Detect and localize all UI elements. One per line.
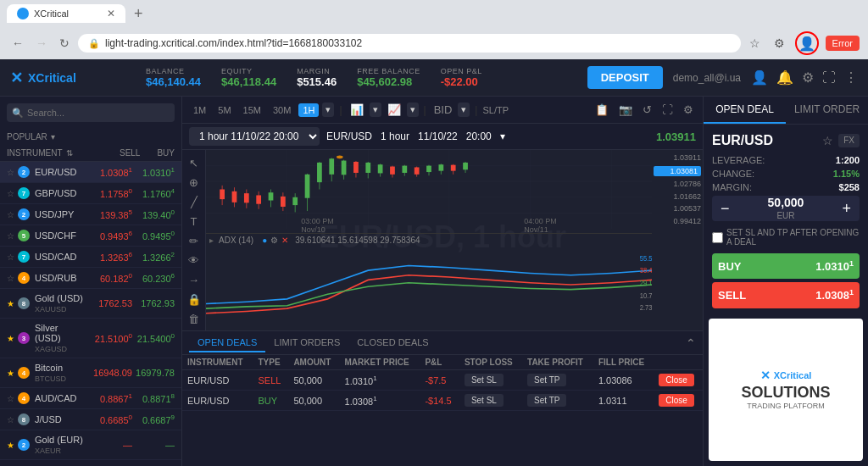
- bookmark-button[interactable]: ☆: [746, 35, 764, 52]
- open-pl-label: OPEN P&L: [441, 67, 482, 75]
- popular-header[interactable]: POPULAR ▾: [0, 129, 181, 145]
- tf-more-select[interactable]: ▾: [322, 103, 334, 117]
- instrument-name: USD/RUB: [35, 273, 86, 283]
- symbol-select[interactable]: 1 hour 11/10/22 20:00: [189, 127, 320, 146]
- instrument-row[interactable]: ☆ 5 USD/CHF 0.94936 0.94950: [0, 225, 181, 247]
- tf-30m[interactable]: 30M: [269, 103, 295, 117]
- bid-select[interactable]: ▾: [458, 103, 470, 117]
- instrument-row[interactable]: ☆ 2 EUR/USD 1.03081 1.03101: [0, 162, 181, 183]
- settings-icon[interactable]: ⚙: [802, 69, 814, 86]
- chart-type-icon[interactable]: 📊: [348, 102, 366, 118]
- amount-increase-button[interactable]: +: [833, 197, 860, 221]
- address-bar[interactable]: 🔒 light-trading.xcritical.com/index.html…: [78, 34, 741, 53]
- browser-tab[interactable]: XCritical ✕: [7, 4, 125, 23]
- adx-eye-icon[interactable]: ●: [262, 236, 267, 245]
- bell-icon[interactable]: 🔔: [776, 69, 793, 86]
- fullscreen-icon[interactable]: ⛶: [822, 70, 836, 86]
- instrument-name: USD/CAD: [35, 252, 86, 262]
- text-tool[interactable]: T: [191, 215, 198, 228]
- deal-symbol-name: EUR/USD: [712, 133, 773, 148]
- header-stats: BALANCE $46,140.44 EQUITY $46,118.44 MAR…: [129, 67, 587, 88]
- badge: 3: [18, 332, 30, 344]
- sell-price: 1.17580: [86, 187, 132, 199]
- open-deal-tab[interactable]: OPEN DEAL: [704, 97, 786, 124]
- deal-market-price: 1.03081: [340, 391, 420, 411]
- star-icon: ★: [7, 441, 14, 450]
- deal-symbol-row: EUR/USD ☆ FX: [712, 133, 860, 148]
- badge: 4: [18, 367, 30, 379]
- deals-collapse-button[interactable]: ⌃: [686, 336, 696, 350]
- instrument-row[interactable]: ☆ 4 AUD/CAD 0.88671 0.88718: [0, 388, 181, 409]
- instrument-row[interactable]: ★ 4 BitcoinBTCUSD 16948.09 16979.78: [0, 358, 181, 388]
- refresh-icon[interactable]: ↺: [640, 102, 654, 118]
- new-tab-button[interactable]: +: [129, 3, 148, 25]
- set-tp-button[interactable]: Set TP: [527, 374, 566, 386]
- badge: 7: [18, 251, 30, 263]
- adx-settings-icon[interactable]: ⚙: [270, 236, 278, 245]
- pen-tool[interactable]: ✏: [189, 235, 198, 247]
- star-icon[interactable]: ☆: [822, 134, 833, 147]
- sl-tp-checkbox[interactable]: [712, 232, 723, 243]
- instrument-row[interactable]: ☆ 7 GBP/USD 1.17580 1.17604: [0, 183, 181, 204]
- indicators-select[interactable]: ▾: [407, 103, 419, 117]
- instrument-row[interactable]: ☆ 7 WTI Crude OilUSOIUSD — —: [0, 460, 181, 466]
- trendline-tool[interactable]: ╱: [191, 196, 198, 208]
- deposit-button[interactable]: DEPOSIT: [587, 66, 663, 89]
- lock-tool[interactable]: 🔒: [187, 293, 201, 306]
- instrument-row[interactable]: ★ 2 Gold (EUR)XAEUR — —: [0, 430, 181, 460]
- open-deals-tab[interactable]: OPEN DEALS: [189, 334, 265, 352]
- buy-button[interactable]: BUY 1.03101: [712, 253, 860, 279]
- instrument-row[interactable]: ☆ 4 USD/RUB 60.1820 60.2306: [0, 268, 181, 289]
- instrument-row[interactable]: ☆ 7 USD/CAD 1.32636 1.32662: [0, 247, 181, 268]
- sell-button[interactable]: SELL 1.03081: [712, 282, 860, 308]
- close-deal-button[interactable]: Close: [659, 374, 694, 386]
- adx-values: 39.610641 15.614598 29.758364: [295, 236, 420, 245]
- svg-rect-38: [390, 167, 395, 175]
- indicator-svg: 55.5480 38.4479 29.1433 10.7196 2.7366: [206, 247, 652, 323]
- profile-circle[interactable]: 👤: [795, 31, 819, 55]
- sell-price: 0.94936: [86, 230, 132, 241]
- set-sl-button[interactable]: Set SL: [465, 374, 504, 386]
- eye-tool[interactable]: 👁: [188, 254, 199, 267]
- search-input[interactable]: [7, 103, 175, 122]
- error-button[interactable]: Error: [826, 36, 860, 51]
- set-tp-button[interactable]: Set TP: [527, 394, 566, 407]
- tf-1h[interactable]: 1H: [298, 103, 319, 117]
- camera-icon[interactable]: 📷: [616, 102, 635, 118]
- close-deal-button[interactable]: Close: [659, 394, 694, 407]
- deal-pl: -$7.5: [420, 370, 459, 391]
- template-icon[interactable]: 📋: [593, 102, 611, 118]
- user-icon[interactable]: 👤: [751, 69, 768, 86]
- back-button[interactable]: ←: [8, 35, 27, 52]
- chart-type-select[interactable]: ▾: [370, 103, 381, 117]
- set-sl-button[interactable]: Set SL: [465, 394, 504, 407]
- tf-5m[interactable]: 5M: [214, 103, 235, 117]
- amount-decrease-button[interactable]: −: [712, 197, 738, 221]
- menu-icon[interactable]: ⋮: [844, 69, 858, 86]
- solutions-logo-text: XCritical: [774, 370, 812, 380]
- deal-instrument: EUR/USD: [182, 391, 253, 411]
- instrument-row[interactable]: ★ 3 Silver (USD)XAGUSD 21.51000 21.54000: [0, 319, 181, 358]
- forward-button[interactable]: →: [32, 35, 51, 52]
- indicators-icon[interactable]: 📈: [385, 102, 403, 118]
- instrument-row[interactable]: ☆ 2 USD/JPY 139.385 139.400: [0, 204, 181, 225]
- crosshair-tool[interactable]: ⊕: [189, 176, 198, 189]
- extensions-button[interactable]: ⚙: [771, 35, 788, 52]
- instrument-row[interactable]: ☆ 8 J/USD 0.66850 0.66879: [0, 409, 181, 430]
- delete-tool[interactable]: 🗑: [188, 313, 199, 325]
- closed-deals-tab[interactable]: CLOSED DEALS: [348, 334, 437, 352]
- cursor-tool[interactable]: ↖: [189, 157, 198, 169]
- arrow-tool[interactable]: →: [188, 274, 199, 286]
- instrument-row[interactable]: ★ 8 Gold (USD)XAUUSD 1762.53 1762.93: [0, 289, 181, 319]
- zoom-icon[interactable]: ⛶: [659, 102, 676, 118]
- tf-1m[interactable]: 1M: [189, 103, 210, 117]
- tf-15m[interactable]: 15M: [239, 103, 265, 117]
- adx-close-icon[interactable]: ✕: [281, 236, 288, 245]
- tab-close-button[interactable]: ✕: [107, 8, 115, 19]
- limit-order-tab[interactable]: LIMIT ORDER: [786, 97, 868, 124]
- col-type: TYPE: [253, 355, 288, 370]
- reload-button[interactable]: ↻: [56, 35, 73, 52]
- limit-orders-tab[interactable]: LIMIT ORDERS: [265, 334, 348, 352]
- star-icon: ☆: [7, 252, 14, 262]
- chart-settings-icon[interactable]: ⚙: [681, 102, 696, 118]
